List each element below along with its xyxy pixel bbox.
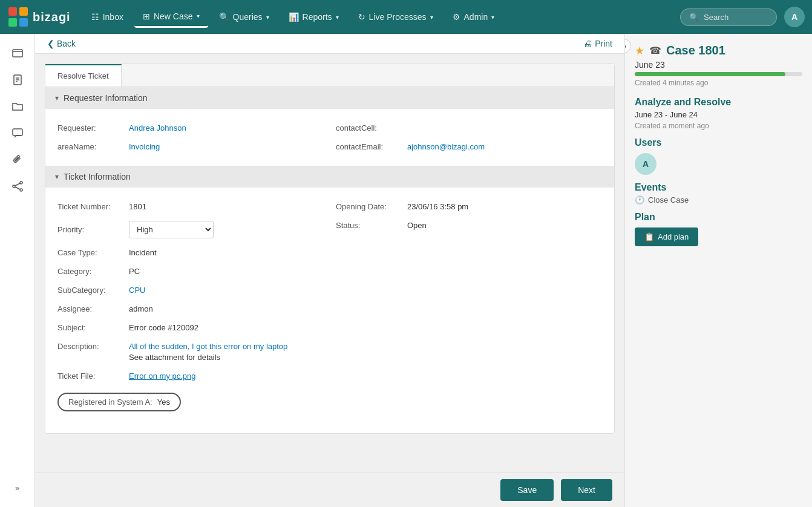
print-icon: 🖨 [583,39,592,48]
ticket-number-label: Ticket Number: [57,202,124,211]
contact-email-field: contactEmail: ajohnson@bizagi.com [336,142,602,151]
sidebar-icon-folder[interactable] [5,94,30,119]
contact-cell-label: contactCell: [336,123,402,132]
subcategory-field: SubCategory: CPU [57,286,602,295]
live-processes-icon: ↻ [358,12,365,22]
svg-rect-2 [8,18,17,27]
star-icon: ★ [635,44,644,57]
nav-live-processes[interactable]: ↻ Live Processes ▾ [350,7,442,27]
priority-select[interactable]: High Low Medium Critical [129,221,214,238]
nav-inbox[interactable]: ☷ Inbox [83,7,132,27]
nav-admin[interactable]: ⚙ Admin ▾ [444,7,503,27]
close-case-event[interactable]: 🕐 Close Case [635,195,802,204]
chevron-left-icon: ❮ [47,39,54,48]
nav-reports[interactable]: 📊 Reports ▾ [280,7,347,27]
content-scroll: Resolve Ticket ▾ Requester Information R… [35,54,624,473]
back-button[interactable]: ❮ Back [47,39,76,48]
requester-label: Requester: [57,123,124,132]
assignee-value: admon [129,304,153,313]
area-name-value: Invoicing [129,142,160,151]
svg-rect-4 [13,50,22,57]
svg-rect-0 [8,7,17,16]
form-panel: Resolve Ticket ▾ Requester Information R… [45,64,615,434]
requester-section-header[interactable]: ▾ Requester Information [45,87,614,109]
category-field: Category: PC [57,267,602,276]
area-name-row: areaName: Invoicing contactEmail: ajohns… [57,137,602,156]
content-toolbar: ❮ Back 🖨 Print [35,34,624,54]
user-avatar[interactable]: A [784,7,805,27]
new-case-icon: ⊞ [143,11,150,21]
subject-value: Error code #120092 [129,323,198,332]
next-button[interactable]: Next [561,479,612,501]
case-type-field: Case Type: Incident [57,248,602,257]
new-case-dropdown-icon: ▾ [197,13,200,19]
plan-section: Plan 📋 Add plan [635,212,802,246]
priority-field: Priority: High Low Medium Critical [57,221,324,238]
registered-field: Registered in System A: Yes [57,393,181,411]
sidebar-icon-chat[interactable] [5,121,30,145]
nav-queries-label: Queries [233,12,263,22]
close-case-label: Close Case [648,195,689,204]
case-type-label: Case Type: [57,248,124,257]
svg-line-13 [15,183,20,186]
description-label: Description: [57,342,124,351]
case-date: June 23 [635,60,802,70]
bottom-bar: Save Next [35,473,624,507]
users-title: Users [635,137,802,148]
logo[interactable]: bizagi [7,6,71,28]
status-value: Open [407,221,427,230]
nav-reports-label: Reports [303,12,332,22]
sidebar-icon-attachment[interactable] [5,148,30,172]
form-tab-resolve-ticket[interactable]: Resolve Ticket [45,64,122,87]
form-tab: Resolve Ticket [45,64,614,87]
user-avatar-panel[interactable]: A [635,153,656,175]
sidebar-expand-button[interactable]: » [5,476,30,500]
nav-new-case[interactable]: ⊞ New Case ▾ [134,7,208,28]
add-plan-icon: 📋 [644,232,654,241]
opening-date-value: 23/06/16 3:58 pm [407,202,468,211]
status-field: Status: Open [336,221,602,230]
subject-label: Subject: [57,323,124,332]
registered-row-wrapper: Registered in System A: Yes [57,385,602,424]
svg-point-11 [20,182,22,184]
ticket-number-value: 1801 [129,202,146,211]
top-navigation: bizagi ☷ Inbox ⊞ New Case ▾ 🔍 Queries ▾ … [0,0,812,34]
queries-icon: 🔍 [219,12,229,22]
requester-value: Andrea Johnson [129,123,186,132]
add-plan-label: Add plan [658,232,689,241]
add-plan-button[interactable]: 📋 Add plan [635,227,698,246]
requester-collapse-icon: ▾ [55,94,59,102]
created-ago: Created 4 minutes ago [635,79,802,87]
status-label: Status: [336,221,402,230]
search-box[interactable]: 🔍 Search [680,8,777,26]
contact-email-label: contactEmail: [336,142,402,151]
assignee-label: Assignee: [57,304,124,313]
area-name-label: areaName: [57,142,124,151]
ticket-section-header[interactable]: ▾ Ticket Information [45,166,614,188]
analyze-created: Created a moment ago [635,122,802,130]
ticket-file-value[interactable]: Error on my pc.png [129,371,196,381]
assignee-row: Assignee: admon [57,299,602,318]
nav-queries[interactable]: 🔍 Queries ▾ [211,7,278,27]
case-phone-icon: ☎ [649,45,661,56]
ticket-fields: Ticket Number: 1801 Opening Date: 23/06/… [45,188,614,433]
save-button[interactable]: Save [500,479,554,501]
category-label: Category: [57,267,124,276]
sidebar-icon-inbox[interactable] [5,41,30,65]
ticket-file-row: Ticket File: Error on my pc.png [57,367,602,385]
requester-field: Requester: Andrea Johnson [57,123,324,132]
description-line1: All of the sudden, I got this error on m… [129,342,287,351]
plan-title: Plan [635,212,802,223]
live-processes-dropdown-icon: ▾ [430,14,433,21]
sidebar-icon-workflow[interactable] [5,174,30,198]
users-section: Users A [635,137,802,175]
print-button[interactable]: 🖨 Print [583,39,612,48]
subject-row: Subject: Error code #120092 [57,318,602,337]
requester-section-title: Requester Information [64,93,148,103]
subcategory-value: CPU [129,286,145,295]
sidebar-icon-document[interactable] [5,68,30,92]
content-area: ❮ Back 🖨 Print Resolve Ticket ▾ Requ [35,34,624,507]
print-label: Print [595,39,612,48]
search-icon: 🔍 [689,13,699,22]
back-label: Back [57,39,76,48]
